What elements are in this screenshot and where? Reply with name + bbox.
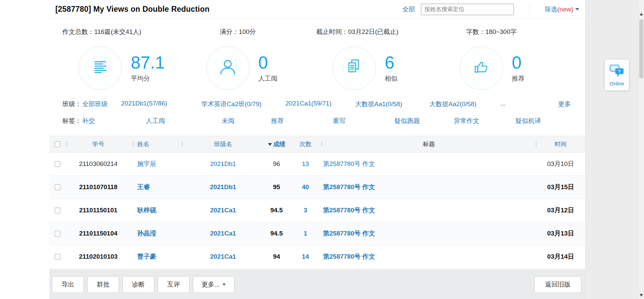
column-student-id[interactable]: 学号 [92, 141, 104, 147]
stat-label: 平均分 [131, 74, 165, 83]
times-link[interactable]: 14 [302, 253, 309, 260]
class-name-link[interactable]: 2021Db1 [210, 160, 236, 167]
cell-date: 03月12日 [536, 206, 585, 215]
vertical-scrollbar[interactable] [638, 0, 644, 299]
assignment-summary: 作文总数：116篇(未交41人) 满分：100分 截止时间：03月22日(已截止… [49, 28, 585, 38]
essay-title-link[interactable]: 第2587780号 作文 [323, 183, 375, 190]
row-checkbox[interactable] [55, 184, 60, 190]
times-link[interactable]: 40 [302, 183, 309, 190]
cell-title: 第2587780号 作文 [322, 183, 536, 191]
page-title: [2587780] My Views on Double Reduction [55, 5, 210, 14]
column-name[interactable]: 姓名 [137, 141, 149, 147]
chevron-down-icon [222, 284, 226, 286]
column-separator: | [66, 140, 67, 147]
search-input[interactable] [421, 4, 514, 15]
export-button[interactable]: 导出 [52, 276, 84, 293]
column-times[interactable]: 次数 [300, 141, 312, 147]
cell-student-id: 21101150101 [65, 207, 132, 214]
topbar-right: 全部 筛选 (new) [402, 4, 579, 15]
cell-class-name: 2021Db1 [182, 183, 264, 191]
report-lines-icon [90, 57, 111, 80]
tag-filter-link[interactable]: 异常作文 [454, 117, 479, 125]
class-filter-link[interactable]: 2021Db1(57/86) [121, 100, 167, 107]
online-chat-widget[interactable]: ? Online [605, 59, 629, 90]
table-row: 21102010103 曹子豪 2021Ca1 94 14 第2587780号 … [49, 245, 585, 268]
tag-filter-link[interactable]: 未阅 [222, 117, 234, 125]
cell-score: 94.5 [264, 207, 289, 214]
tag-filter-link[interactable]: 推荐 [271, 117, 284, 125]
class-filter-link[interactable]: 大数据Aa2(0/58) [429, 100, 476, 109]
essay-title-link[interactable]: 第2587780号 作文 [323, 253, 375, 260]
student-name-link[interactable]: 王睿 [137, 183, 150, 190]
times-link[interactable]: 3 [304, 207, 307, 214]
essay-title-link[interactable]: 第2587780号 作文 [323, 207, 375, 214]
cell-score: 96 [264, 160, 289, 168]
stat-label: 推荐 [512, 74, 525, 83]
student-name-link[interactable]: 曹子豪 [137, 253, 156, 260]
back-to-old-version-button[interactable]: 返回旧版 [534, 276, 581, 293]
column-separator: | [181, 140, 183, 147]
class-filter-link[interactable]: 大数据Aa1(0/58) [355, 100, 402, 109]
tag-filter-link[interactable]: 重写 [333, 117, 345, 125]
class-filter-link[interactable]: 2021Ca1(59/71) [285, 100, 331, 107]
essay-title-link[interactable]: 第2587780号 作文 [323, 160, 375, 167]
student-name-link[interactable]: 孙晶滢 [137, 230, 156, 237]
scroll-down-arrow-icon[interactable] [640, 294, 643, 297]
diagnose-button[interactable]: 诊断 [122, 276, 154, 293]
stat-label: 相似 [385, 74, 397, 83]
cell-student-id: 21101070118 [65, 183, 132, 191]
student-name-link[interactable]: 耿梓砚 [137, 207, 156, 214]
word-count: 字数：180~300字 [466, 28, 517, 36]
times-link[interactable]: 1 [304, 230, 307, 237]
cell-date: 03月10日 [536, 160, 585, 168]
person-icon [217, 57, 238, 80]
stat-circle [332, 46, 376, 90]
stat-label: 人工阅 [258, 74, 277, 83]
cell-times: 1 [289, 230, 322, 237]
class-filter-link[interactable]: 学术英语Ca2班(0/79) [201, 100, 262, 109]
student-name-link[interactable]: 施宇辰 [137, 160, 156, 167]
sort-desc-icon [268, 143, 272, 146]
table-body: 21103060214 施宇辰 2021Db1 96 13 第2587780号 … [49, 153, 585, 268]
scrollbar-thumb[interactable] [639, 19, 643, 78]
class-name-link[interactable]: 2021Ca1 [210, 230, 236, 237]
batch-grade-button[interactable]: 群批 [87, 276, 119, 293]
tag-filter-link[interactable]: 疑似跑题 [394, 117, 420, 125]
tag-filter-link[interactable]: 补交 [82, 117, 95, 125]
class-name-link[interactable]: 2021Ca1 [210, 207, 236, 214]
main-content: [2587780] My Views on Double Reduction 全… [49, 0, 585, 299]
tag-filter-link[interactable]: 疑似机译 [516, 117, 541, 125]
column-class-name[interactable]: 班级名 [214, 141, 232, 147]
row-checkbox[interactable] [55, 231, 60, 237]
cell-date: 03月15日 [536, 183, 585, 191]
stat-value: 6 [385, 53, 397, 72]
times-link[interactable]: 13 [302, 160, 309, 167]
row-checkbox[interactable] [55, 161, 60, 167]
row-checkbox[interactable] [55, 208, 60, 213]
filter-new-badge: (new) [557, 6, 573, 13]
more-actions-button[interactable]: 更多... [193, 276, 234, 293]
row-checkbox[interactable] [55, 254, 60, 260]
more-classes-link[interactable]: 更多 [558, 100, 571, 109]
cell-score: 95 [264, 183, 289, 191]
cell-times: 40 [289, 183, 322, 191]
scope-all-link[interactable]: 全部 [402, 5, 415, 14]
tag-filter-link[interactable]: 人工阅 [146, 117, 165, 125]
select-all-checkbox[interactable] [55, 141, 60, 147]
scroll-up-arrow-icon[interactable] [640, 13, 643, 15]
column-separator: | [321, 140, 322, 147]
class-name-link[interactable]: 2021Ca1 [210, 253, 236, 260]
stat-value: 87.1 [131, 53, 165, 72]
class-name-link[interactable]: 2021Db1 [210, 183, 236, 190]
column-separator: | [535, 140, 537, 147]
class-filter-link[interactable]: 全部班级 [82, 100, 108, 109]
total-essays: 作文总数：116篇(未交41人) [62, 28, 141, 36]
essay-title-link[interactable]: 第2587780号 作文 [323, 230, 375, 237]
filter-dropdown[interactable]: 筛选 (new) [544, 5, 579, 14]
column-date[interactable]: 时间 [555, 141, 567, 147]
column-score-sort[interactable]: 成绩 [268, 141, 285, 147]
column-separator: | [132, 140, 134, 147]
full-score: 满分：100分 [220, 28, 256, 36]
peer-review-button[interactable]: 互评 [158, 276, 190, 293]
stat-circle [78, 46, 122, 90]
